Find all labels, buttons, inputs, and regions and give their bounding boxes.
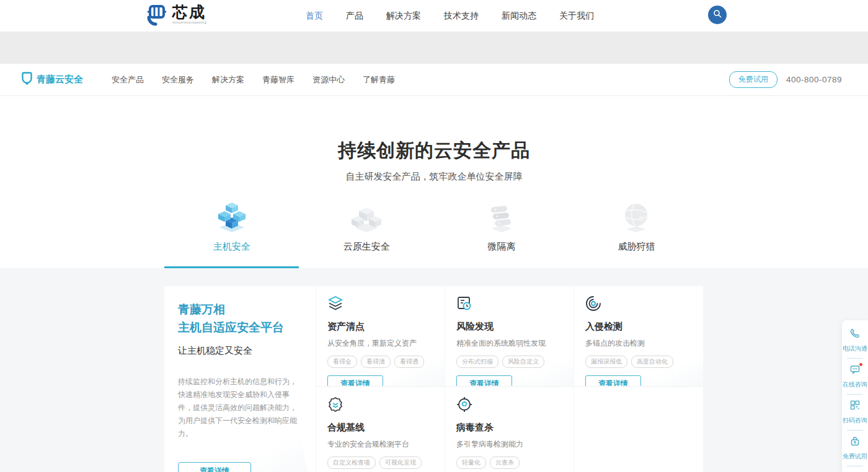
search-button[interactable] — [708, 6, 727, 24]
float-item-online-chat[interactable]: 在线咨询 — [842, 360, 868, 393]
product-title: 资产清点 — [327, 321, 433, 333]
product-detail-button[interactable]: 查看详情 — [327, 375, 383, 386]
product-card-intrusion-detection: 入侵检测 多锚点的攻击检测 漏报误报低 高度自动化 查看详情 — [574, 286, 703, 386]
host-security-cubes-icon — [212, 201, 252, 234]
product-description: 从安全角度，重新定义资产 — [327, 338, 433, 349]
tab-threat-hunting[interactable]: 威胁狩猎 — [569, 201, 704, 268]
tab-cloud-native-security[interactable]: 云原生安全 — [299, 201, 435, 268]
qr-code-icon — [850, 400, 860, 413]
product-description: 精准全面的系统脆弱性发现 — [456, 338, 562, 349]
float-item-free-trial[interactable]: 免费试用 — [842, 432, 868, 465]
micro-segmentation-icon — [484, 201, 519, 234]
intrusion-radar-icon — [585, 303, 601, 313]
tab-label: 云原生安全 — [343, 241, 390, 253]
product-category-tabs: 主机安全 云原生安全 — [164, 201, 704, 268]
phone-number: 400-800-0789 — [786, 75, 842, 84]
product-tags: 自定义检查项 可视化呈现 — [327, 457, 433, 469]
tag: 风险自定义 — [502, 356, 544, 368]
topnav-item-about[interactable]: 关于我们 — [559, 11, 594, 22]
product-card-asset-inventory: 资产清点 从安全角度，重新定义资产 看得全 看得清 看得透 查看详情 — [316, 286, 445, 386]
threat-hunting-globe-icon — [619, 201, 653, 234]
topnav-item-news[interactable]: 新闻动态 — [502, 11, 536, 22]
banner-strip — [0, 32, 868, 64]
divider — [847, 430, 863, 430]
phone-icon — [850, 328, 860, 341]
product-title: 病毒查杀 — [456, 422, 562, 434]
tag: 自定义检查项 — [327, 457, 376, 469]
trial-lock-icon — [850, 436, 860, 448]
tag: 漏报误报低 — [585, 356, 627, 368]
float-item-download[interactable] — [842, 468, 868, 472]
top-header: 芯成 sincerecomputing 首页 产品 解决方案 技术支持 新闻动态… — [0, 0, 868, 32]
divider — [847, 394, 863, 395]
empty-card-cell — [574, 387, 703, 472]
tab-label: 主机安全 — [213, 241, 250, 253]
tag: 分布式扫描 — [456, 356, 498, 368]
free-trial-button[interactable]: 免费试用 — [729, 71, 777, 88]
products-grid: 青藤万相 主机自适应安全平台 让主机稳定又安全 持续监控和分析主机的信息和行为，… — [164, 286, 704, 472]
product-tags: 漏报误报低 高度自动化 — [585, 356, 692, 368]
tab-label: 微隔离 — [487, 241, 515, 253]
product-tags: 轻量化 云查杀 — [456, 457, 562, 469]
search-icon — [713, 9, 722, 20]
subnav-item-security-services[interactable]: 安全服务 — [162, 74, 194, 85]
tag: 看得清 — [361, 356, 391, 368]
tag: 看得透 — [394, 356, 424, 368]
subnav-item-solutions[interactable]: 解决方案 — [212, 74, 244, 85]
risk-scan-document-icon — [456, 303, 472, 313]
qingteng-logo-text: 青藤云安全 — [37, 74, 83, 85]
topnav-item-solutions[interactable]: 解决方案 — [386, 11, 421, 22]
feature-description: 持续监控和分析主机的信息和行为，快速精准地发现安全威胁和入侵事件，提供灵活高效的… — [178, 375, 302, 440]
tag: 可视化呈现 — [379, 457, 422, 469]
compliance-badge-icon — [327, 404, 343, 414]
topnav-item-products[interactable]: 产品 — [346, 11, 363, 22]
product-description: 专业的安全合规检测平台 — [327, 439, 433, 450]
qingteng-navigation: 安全产品 安全服务 解决方案 青藤智库 资源中心 了解青藤 — [112, 74, 729, 85]
product-card-compliance-baseline: 合规基线 专业的安全合规检测平台 自定义检查项 可视化呈现 查看详情 — [316, 387, 445, 472]
cloud-native-cubes-icon — [348, 201, 385, 234]
tag: 看得全 — [327, 356, 357, 368]
divider — [847, 358, 863, 359]
divider — [847, 466, 863, 466]
qingteng-shield-icon — [22, 72, 32, 88]
product-detail-button[interactable]: 查看详情 — [585, 375, 641, 386]
xincheng-logo-subtext: sincerecomputing — [172, 20, 206, 24]
product-title: 入侵检测 — [585, 321, 692, 333]
feature-detail-button[interactable]: 查看详情 — [178, 462, 251, 472]
feature-title: 青藤万相 主机自适应安全平台 — [178, 301, 302, 336]
subnav-item-about-qingteng[interactable]: 了解青藤 — [363, 74, 395, 85]
tab-micro-segmentation[interactable]: 微隔离 — [434, 201, 569, 268]
xincheng-logo[interactable]: 芯成 sincerecomputing — [143, 4, 206, 28]
topnav-item-support[interactable]: 技术支持 — [444, 11, 479, 22]
subnav-item-resource-center[interactable]: 资源中心 — [312, 74, 345, 85]
notification-dot — [859, 363, 862, 366]
product-detail-button[interactable]: 查看详情 — [456, 375, 512, 386]
tag: 轻量化 — [456, 457, 486, 469]
float-item-phone[interactable]: 电话沟通 — [842, 324, 868, 357]
subheader-right: 免费试用 400-800-0789 — [729, 71, 842, 88]
hero-section: 持续创新的云安全产品 自主研发安全产品，筑牢政企单位安全屏障 — [0, 96, 868, 268]
xincheng-logo-text: 芯成 — [172, 4, 206, 20]
product-description: 多锚点的攻击检测 — [585, 338, 692, 349]
subnav-item-security-products[interactable]: 安全产品 — [112, 74, 144, 85]
top-navigation: 首页 产品 解决方案 技术支持 新闻动态 关于我们 — [306, 11, 594, 22]
product-tags: 分布式扫描 风险自定义 — [456, 356, 562, 368]
product-description: 多引擎病毒检测能力 — [456, 439, 562, 450]
subnav-item-think-tank[interactable]: 青藤智库 — [262, 74, 294, 85]
tag: 云查杀 — [490, 457, 520, 469]
product-card-virus-scan: 病毒查杀 多引擎病毒检测能力 轻量化 云查杀 查看详情 — [445, 387, 574, 472]
chat-icon — [850, 364, 860, 377]
virus-target-icon — [456, 404, 472, 414]
asset-layers-icon — [327, 303, 343, 313]
topnav-item-home[interactable]: 首页 — [306, 11, 323, 22]
product-card-risk-discovery: 风险发现 精准全面的系统脆弱性发现 分布式扫描 风险自定义 查看详情 — [445, 286, 574, 386]
float-item-qr-consult[interactable]: 扫码咨询 — [842, 396, 868, 429]
host-security-products-section: 青藤万相 主机自适应安全平台 让主机稳定又安全 持续监控和分析主机的信息和行为，… — [0, 268, 868, 472]
xincheng-logo-icon — [143, 4, 167, 28]
product-title: 合规基线 — [327, 422, 433, 434]
feature-subtitle: 让主机稳定又安全 — [178, 345, 302, 357]
tab-host-security[interactable]: 主机安全 — [164, 201, 299, 268]
product-title: 风险发现 — [456, 321, 562, 333]
qingteng-logo[interactable]: 青藤云安全 — [22, 72, 83, 88]
active-tab-underline — [164, 266, 299, 268]
